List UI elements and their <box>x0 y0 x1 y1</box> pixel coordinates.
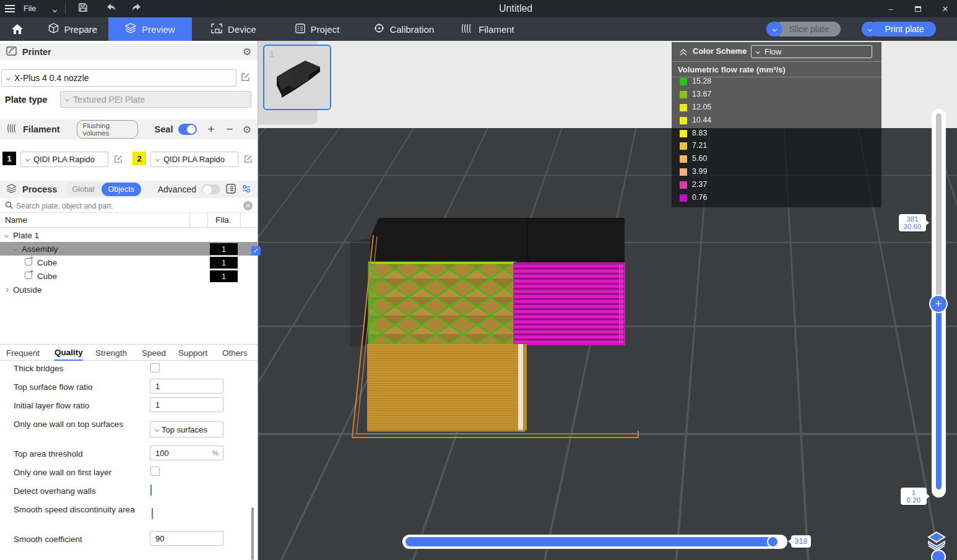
legend-swatch <box>680 104 687 111</box>
color-scheme-panel: Color Scheme Flow Volumetric flow rate (… <box>672 42 881 207</box>
legend-swatch <box>680 155 687 163</box>
project-icon <box>295 24 305 35</box>
tree-row-cube-2[interactable]: + Cube 1 <box>0 269 258 283</box>
minimize-button[interactable]: – <box>886 4 895 14</box>
print-options-chevron[interactable] <box>862 22 878 37</box>
only-one-wall-first-layer-checkbox[interactable] <box>150 467 160 476</box>
initial-layer-flow-ratio-input[interactable] <box>150 397 223 412</box>
layer-upper-tooltip: 381 30.60 <box>899 214 926 231</box>
assembly-checkbox[interactable] <box>251 246 261 256</box>
left-panel: Printer ⚙ X-Plus 4 0.4 nozzle Plate type… <box>0 41 258 560</box>
top-surface-flow-ratio-input[interactable] <box>150 379 223 394</box>
legend-value: 15.28 <box>692 77 711 85</box>
cube-1-fila-badge[interactable]: 1 <box>210 257 238 269</box>
tree-row-plate[interactable]: Plate 1 <box>0 228 258 242</box>
filament-2-edit-icon[interactable] <box>244 155 253 165</box>
filament-2-select[interactable]: QIDI PLA Rapido <box>150 152 238 167</box>
scope-global-option[interactable]: Global <box>65 183 101 196</box>
only-one-wall-top-select[interactable]: Top surfaces <box>150 421 223 437</box>
layers-icon <box>125 23 136 35</box>
tab-device[interactable]: Device <box>192 17 275 41</box>
tab-strength[interactable]: Strength <box>95 345 127 361</box>
setting-label: Only one wall on top surfaces <box>14 419 141 430</box>
toolbar-divider <box>65 4 66 14</box>
tree-row-outside[interactable]: Outside <box>0 283 258 296</box>
add-filament-button[interactable]: + <box>207 123 214 136</box>
collapse-panel-icon[interactable] <box>679 48 688 59</box>
settings-list-icon[interactable] <box>226 184 236 196</box>
chevron-down-icon <box>6 75 11 80</box>
filament-settings-gear-icon[interactable]: ⚙ <box>243 124 251 136</box>
tab-others[interactable]: Others <box>222 345 248 361</box>
printer-preset-select[interactable]: X-Plus 4 0.4 nozzle <box>1 69 236 87</box>
tab-frequent[interactable]: Frequent <box>6 345 40 361</box>
setting-label: Detect overhang walls <box>14 486 96 497</box>
tab-quality[interactable]: Quality <box>54 345 83 361</box>
tab-preview[interactable]: Preview <box>108 17 192 41</box>
scope-objects-option[interactable]: Objects <box>102 183 141 196</box>
plate-type-select[interactable]: Textured PEI Plate <box>60 91 251 108</box>
plate-thumbnail-card[interactable]: 1 <box>263 45 331 110</box>
setting-label: Only one wall on first layer <box>14 467 111 478</box>
print-plate-button[interactable]: Print plate <box>869 22 936 37</box>
tab-support[interactable]: Support <box>178 345 207 361</box>
filament-1-select[interactable]: QIDI PLA Rapido <box>20 152 108 167</box>
printer-edit-icon[interactable] <box>241 72 250 84</box>
seal-label: Seal <box>155 124 173 134</box>
close-button[interactable]: ✕ <box>941 4 950 14</box>
tab-filament[interactable]: Filament <box>449 17 526 41</box>
layer-slider-upper-handle[interactable]: + <box>929 295 948 313</box>
printer-icon <box>6 46 17 58</box>
cube-2-fila-badge[interactable]: 1 <box>210 270 238 282</box>
search-input[interactable] <box>16 200 233 212</box>
save-icon[interactable] <box>78 2 88 15</box>
file-menu[interactable]: File <box>24 4 36 13</box>
step-slider[interactable] <box>402 535 787 549</box>
file-menu-chevron-icon[interactable] <box>53 3 56 14</box>
legend-value: 12.05 <box>692 103 711 111</box>
tab-prepare[interactable]: Prepare <box>37 17 108 41</box>
color-scheme-select[interactable]: Flow <box>751 45 872 58</box>
plate-model-silhouette <box>273 56 324 100</box>
advanced-toggle[interactable] <box>202 184 220 194</box>
layer-slider-track-lower[interactable] <box>936 304 942 489</box>
home-button[interactable] <box>5 17 30 41</box>
tree-row-assembly[interactable]: Assembly 1 <box>0 242 258 256</box>
smooth-coefficient-input[interactable] <box>150 531 223 546</box>
thick-bridges-checkbox[interactable] <box>150 363 160 373</box>
legend-swatch <box>680 78 687 85</box>
tab-calibration[interactable]: Calibration <box>359 17 449 41</box>
layers-view-badge-icon[interactable] <box>925 530 948 556</box>
filament-slot-2-badge[interactable]: 2 <box>132 152 146 165</box>
slice-options-chevron[interactable] <box>766 22 782 37</box>
slice-plate-button[interactable]: Slice plate <box>774 22 841 37</box>
remove-filament-button[interactable]: − <box>227 123 233 136</box>
legend-swatch <box>680 117 687 124</box>
smooth-speed-discontinuity-checkbox[interactable] <box>152 508 153 519</box>
main-nav-bar: Prepare Preview Device Project Calibrati… <box>0 17 957 41</box>
filter-settings-icon[interactable] <box>241 184 251 196</box>
viewport-3d[interactable]: 1 Color Scheme Flow Volumetric flow rate… <box>258 41 957 560</box>
assembly-fila-badge[interactable]: 1 <box>210 243 238 255</box>
setting-label: Smooth coefficient <box>14 534 82 545</box>
tab-speed[interactable]: Speed <box>142 345 166 361</box>
filament-1-edit-icon[interactable] <box>114 155 123 165</box>
printer-settings-gear-icon[interactable]: ⚙ <box>243 46 251 58</box>
hamburger-menu-icon[interactable] <box>5 3 15 14</box>
tab-project[interactable]: Project <box>275 17 359 41</box>
chevron-down-icon <box>25 157 30 162</box>
layer-range-slider[interactable]: + <box>932 109 946 498</box>
undo-icon[interactable] <box>105 3 116 14</box>
process-icon <box>6 184 17 195</box>
maximize-button[interactable] <box>914 4 922 14</box>
detect-overhang-walls-checkbox[interactable] <box>150 485 152 496</box>
seal-toggle[interactable] <box>178 124 197 135</box>
layer-slider-track-upper[interactable] <box>936 113 942 304</box>
redo-icon[interactable] <box>131 3 142 14</box>
step-slider-handle[interactable] <box>767 536 779 548</box>
settings-scrollbar[interactable] <box>251 507 254 560</box>
flushing-volumes-button[interactable]: Flushing volumes <box>77 120 138 139</box>
clear-search-icon[interactable]: ✕ <box>243 201 253 210</box>
filament-slot-1-badge[interactable]: 1 <box>2 152 16 165</box>
tree-row-cube-1[interactable]: + Cube 1 <box>0 256 258 269</box>
